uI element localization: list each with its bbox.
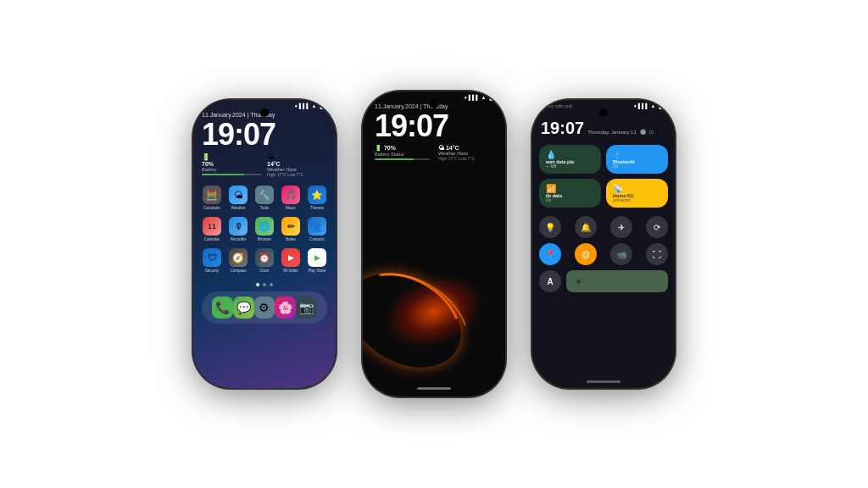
control-row-1: 💧 wen data pla — MB ⋮ Bluetooth On <box>539 145 668 174</box>
silent-btn[interactable]: 🔔 <box>575 216 597 238</box>
phone-3-bg: gency calls only ♦ ▌▌▌ ▲ ▐▌ 19:07 Thursd… <box>532 100 675 388</box>
punch-hole-1 <box>260 108 269 117</box>
p2-battery-fill <box>375 158 414 160</box>
signal-icon-3: ▌▌▌ <box>638 103 649 108</box>
p3-date: Thursday, January 11 <box>587 130 637 135</box>
wifi-tile[interactable]: 📡 Home-5G connected <box>606 179 668 208</box>
control-tiles: 💧 wen data pla — MB ⋮ Bluetooth On <box>532 141 675 216</box>
data-plan-tile[interactable]: 💧 wen data pla — MB <box>539 145 601 174</box>
text-size-btn[interactable]: A <box>539 270 561 292</box>
phone-2-bg: ● ♦ ▌▌▌ ▲ ▐▌ 11.January.2024 | Thursday … <box>363 92 505 396</box>
mobile-data-sub: On <box>546 198 594 202</box>
playstore-icon: ▶ <box>308 248 326 267</box>
settings-icon-small: ⊡ <box>649 129 654 135</box>
app-recorder[interactable]: 🎙 Recorder <box>226 217 250 241</box>
compass-label: Compass <box>230 269 246 273</box>
battery-label: Battery <box>202 167 262 172</box>
app-themes[interactable]: ⭐ Themes <box>305 186 329 210</box>
bluetooth-tile-icon: ⋮ <box>613 150 661 159</box>
phone-2-widgets: 🔋 70% Battery Status 🌤 14°C Weather Haze… <box>363 141 505 164</box>
security-icon: 🛡 <box>203 248 221 267</box>
wifi-icon-1: ▲ <box>312 103 317 108</box>
data-plan-sub: — MB <box>546 164 594 169</box>
phone-3-home-indicator[interactable] <box>587 380 620 383</box>
screencast-btn[interactable]: ⛶ <box>646 243 668 265</box>
weather-widget: 🌤 14°C Weather Haze High 17°C Low 7°C <box>267 153 327 177</box>
app-tools[interactable]: 🔧 Tools <box>253 186 276 210</box>
camera-btn[interactable]: 📹 <box>610 243 632 265</box>
p2-battery-value: 🔋 70% <box>375 145 430 152</box>
sun-icon: ☀ <box>575 277 582 286</box>
bluetooth-icon-3: ♦ <box>634 103 637 108</box>
app-security[interactable]: 🛡 Security <box>200 248 224 273</box>
wifi-tile-sub: connected <box>613 198 661 202</box>
compass-icon: 🧭 <box>229 248 248 267</box>
app-weather[interactable]: 🌤 Weather <box>226 186 250 210</box>
recorder-label: Recorder <box>231 237 247 241</box>
focus-btn[interactable]: @ <box>575 243 597 265</box>
phone-1: ● ♦ ▌▌▌ ▲ ▐▌ 11.January.2024 | Thursday … <box>193 100 336 388</box>
mobile-data-tile[interactable]: 📶 ile data On <box>539 179 601 208</box>
app-playstore[interactable]: ▶ Play Store <box>305 248 329 273</box>
calendar-icon: 11 <box>203 217 221 236</box>
dock-phone[interactable]: 📞 <box>212 297 233 319</box>
music-label: Music <box>286 206 296 210</box>
app-calendar[interactable]: 11 Calendar <box>200 217 224 241</box>
phone-1-widgets: 🔋 70% Battery 🌤 14°C Weather Haze High 1… <box>193 150 336 180</box>
phone-2-screen: ● ♦ ▌▌▌ ▲ ▐▌ 11.January.2024 | Thursday … <box>363 92 505 396</box>
bluetooth-tile-sub: On <box>613 164 661 169</box>
phone-3-screen: gency calls only ♦ ▌▌▌ ▲ ▐▌ 19:07 Thursd… <box>532 100 675 388</box>
battery-widget-icon: 🔋 <box>202 153 262 161</box>
p2-battery-widget: 🔋 70% Battery Status <box>375 145 430 161</box>
clock-label: Clock <box>259 269 269 273</box>
flashlight-btn[interactable]: 💡 <box>539 216 561 238</box>
phone-1-time: 19:07 <box>193 119 336 150</box>
p2-weather-value: 🌤 14°C <box>438 145 493 151</box>
brightness-row: A ☀ <box>532 270 675 292</box>
phone-2-content: 11.January.2024 | Thursday 19:07 🔋 70% B… <box>363 102 505 164</box>
alarm-icon: 🕐 <box>640 129 646 135</box>
dock-messages[interactable]: 💬 <box>233 297 254 319</box>
music-icon: 🎵 <box>281 186 300 204</box>
security-label: Security <box>205 269 219 273</box>
rotate-btn[interactable]: ⟳ <box>646 216 668 238</box>
bluetooth-tile[interactable]: ⋮ Bluetooth On <box>606 145 668 174</box>
battery-icon-3: ▐▌ <box>657 103 665 108</box>
dock-camera[interactable]: 📷 <box>296 297 317 319</box>
p3-time-row: 19:07 Thursday, January 11 🕐 ⊡ <box>541 119 654 138</box>
clock-icon: ⏰ <box>255 248 274 267</box>
tools-label: Tools <box>260 206 270 210</box>
contacts-label: Contacts <box>309 237 325 241</box>
app-notes[interactable]: ✏ Notes <box>279 217 303 241</box>
calendar-label: Calendar <box>204 237 220 241</box>
dock-gallery[interactable]: 🌸 <box>275 297 296 319</box>
app-music[interactable]: 🎵 Music <box>279 186 303 210</box>
battery-value: 70% <box>202 161 262 167</box>
browser-label: Browser <box>258 237 272 241</box>
weather-icon: 🌤 <box>267 153 327 161</box>
phone-1-screen: ● ♦ ▌▌▌ ▲ ▐▌ 11.January.2024 | Thursday … <box>193 100 336 388</box>
phone-2-time: 19:07 <box>363 111 505 141</box>
punch-hole-2 <box>430 100 438 108</box>
phone-2: ● ♦ ▌▌▌ ▲ ▐▌ 11.January.2024 | Thursday … <box>363 92 505 396</box>
mobile-data-icon: 📶 <box>546 184 594 193</box>
phone-2-home-indicator[interactable] <box>417 387 451 390</box>
page-dots <box>193 283 336 286</box>
icon-row-2: 📍 @ 📹 ⛶ <box>532 243 675 265</box>
app-contacts[interactable]: 👤 Contacts <box>305 217 329 241</box>
app-calculator[interactable]: 🧮 Calculator <box>200 186 224 210</box>
app-mivideo[interactable]: ▶ Mi Video <box>279 248 303 273</box>
app-browser[interactable]: 🌐 Browser <box>253 217 276 241</box>
brightness-slider[interactable]: ☀ <box>566 270 668 292</box>
airplane-btn[interactable]: ✈ <box>610 216 632 238</box>
app-clock[interactable]: ⏰ Clock <box>253 248 276 273</box>
bluetooth-icon-1: ♦ <box>295 103 298 108</box>
icon-row-1: 💡 🔔 ✈ ⟳ <box>532 216 675 238</box>
control-row-2: 📶 ile data On 📡 Home-5G connected <box>539 179 668 208</box>
wifi-tile-icon: 📡 <box>613 184 661 193</box>
p3-time: 19:07 <box>541 119 584 138</box>
app-compass[interactable]: 🧭 Compass <box>226 248 250 273</box>
dock-settings[interactable]: ⚙ <box>254 297 275 319</box>
mivideo-icon: ▶ <box>281 248 300 267</box>
location-btn[interactable]: 📍 <box>539 243 561 265</box>
